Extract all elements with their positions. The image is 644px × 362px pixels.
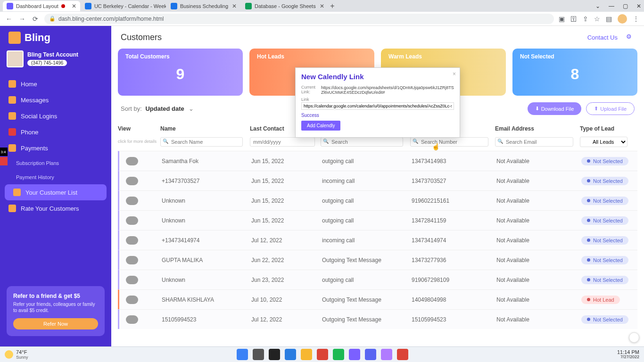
sidebar-item-home[interactable]: Home — [0, 76, 111, 92]
lead-badge[interactable]: Not Selected — [581, 236, 628, 245]
column-header[interactable]: Email Address — [495, 125, 580, 132]
cell-source: outgoing call — [322, 277, 412, 283]
lead-badge[interactable]: Not Selected — [581, 256, 628, 264]
sidebar-item-phone[interactable]: Phone — [0, 124, 111, 140]
nav-icon — [8, 112, 16, 120]
lead-badge[interactable]: Not Selected — [581, 216, 628, 225]
tab-dashboard[interactable]: Dashboard Layout ✕ — [3, 1, 80, 11]
lead-badge[interactable]: Not Selected — [581, 177, 628, 185]
favicon-bling — [7, 3, 13, 9]
sidebar: Bling Bling Test Account (347) 745-1496 … — [0, 26, 111, 346]
sidebar-item-messages[interactable]: Messages — [0, 92, 111, 108]
close-icon[interactable]: ✕ — [320, 3, 324, 9]
link-input[interactable] — [301, 102, 454, 110]
weather-widget[interactable]: 74°F Sunny — [5, 349, 28, 360]
lead-badge[interactable]: Not Selected — [581, 197, 628, 205]
forward-button[interactable]: → — [18, 15, 26, 23]
tab-ucberkeley[interactable]: UC Berkeley - Calendar - Week o… ✕ — [81, 1, 166, 11]
tab-business-scheduling[interactable]: Business Scheduling ✕ — [167, 1, 240, 11]
address-bar[interactable]: 🔒 dash.bling-center.com/platform/home.ht… — [44, 14, 554, 24]
stat-card-total-customers[interactable]: Total Customers9 — [118, 49, 243, 96]
start-icon[interactable] — [237, 349, 248, 360]
account-block[interactable]: Bling Test Account (347) 745-1496 — [0, 50, 111, 76]
upload-file-button[interactable]: ⬆ Upload File — [586, 102, 635, 115]
date-input[interactable] — [250, 137, 315, 147]
lead-badge[interactable]: Hot Lead — [581, 296, 620, 304]
favicon-gcal — [171, 3, 177, 9]
window-maximize-icon[interactable]: ▢ — [623, 3, 628, 9]
refer-button[interactable]: Refer Now — [13, 318, 98, 329]
back-button[interactable]: ← — [5, 15, 13, 23]
sort-by[interactable]: Sort by: Updated date ⌄ — [121, 105, 194, 112]
lead-filter-select[interactable]: All Leads — [580, 137, 627, 147]
tab-database-sheets[interactable]: Database - Google Sheets ✕ — [241, 1, 326, 11]
contact-us-link[interactable]: Contact Us — [587, 34, 618, 41]
cell-date: Jul 12, 2022 — [251, 316, 322, 323]
lead-badge[interactable]: Not Selected — [581, 157, 628, 165]
add-calendly-button[interactable]: Add Calendly — [301, 121, 340, 131]
column-header[interactable]: Type of Lead — [580, 125, 632, 132]
window-close-icon[interactable]: ✕ — [636, 3, 641, 9]
column-header[interactable]: View — [118, 125, 160, 132]
explorer-icon[interactable] — [301, 349, 312, 360]
bookmark-icon[interactable]: ☆ — [594, 15, 600, 23]
search-source-input[interactable] — [321, 137, 403, 147]
menu-icon[interactable]: ⋮ — [633, 15, 639, 23]
chevron-down-icon[interactable]: ⌄ — [595, 3, 600, 9]
side-panel-icon[interactable]: ▤ — [606, 15, 612, 23]
search-name-input[interactable] — [160, 137, 243, 147]
close-icon[interactable]: ✕ — [72, 3, 76, 9]
sidebar-item-payment-history[interactable]: Payment History — [0, 170, 111, 184]
lead-badge[interactable]: Not Selected — [581, 276, 628, 284]
notification-bell-icon[interactable] — [629, 332, 639, 343]
view-icon[interactable] — [126, 197, 138, 205]
camera-icon[interactable]: ▣ — [559, 15, 565, 23]
app-icon-2[interactable] — [381, 349, 392, 360]
sidebar-item-your-customer-list[interactable]: Your Customer List — [5, 184, 107, 200]
lead-badge[interactable]: Not Selected — [581, 315, 628, 324]
view-icon[interactable] — [126, 315, 138, 324]
tab-label: Business Scheduling — [180, 3, 228, 9]
search-icon[interactable] — [253, 349, 264, 360]
nav-icon — [8, 144, 16, 152]
stat-card-not-selected[interactable]: Not Selected8 — [512, 49, 637, 96]
search-email-input[interactable] — [495, 137, 573, 147]
share-icon[interactable]: ⇪ — [583, 15, 588, 23]
profile-avatar-icon[interactable] — [618, 14, 627, 24]
view-icon[interactable] — [126, 276, 138, 284]
discord-icon[interactable] — [365, 349, 376, 360]
side-mini-icons: 3:4 — [0, 148, 8, 165]
key-icon[interactable]: ⚿ — [570, 15, 577, 23]
table-row: SHARMA KISHLAYAJul 10, 2022Outgoing Text… — [118, 289, 637, 309]
window-minimize-icon[interactable]: — — [609, 3, 614, 9]
new-tab-button[interactable]: + — [327, 2, 338, 10]
reload-button[interactable]: ⟳ — [31, 15, 40, 23]
spotify-icon[interactable] — [333, 349, 344, 360]
sidebar-item-rate-your-customers[interactable]: Rate Your Customers — [0, 200, 111, 216]
view-icon[interactable] — [126, 216, 138, 225]
view-icon[interactable] — [126, 296, 138, 304]
download-file-button[interactable]: ⬇ Download File — [528, 102, 582, 115]
sidebar-item-subscription-plans[interactable]: Subscription Plans — [0, 156, 111, 170]
view-icon[interactable] — [126, 236, 138, 245]
cell-source: outgoing call — [322, 158, 412, 165]
close-icon[interactable]: × — [453, 71, 456, 77]
sidebar-item-payments[interactable]: Payments — [0, 140, 111, 156]
view-icon[interactable] — [126, 256, 138, 264]
sort-value: Updated date — [145, 105, 184, 112]
column-header[interactable]: Name — [160, 125, 250, 132]
gear-icon[interactable]: ⚙ — [626, 33, 635, 41]
close-icon[interactable]: ✕ — [232, 3, 237, 9]
chrome-icon[interactable] — [317, 349, 328, 360]
card-value: 8 — [520, 66, 630, 83]
view-icon[interactable] — [126, 177, 138, 185]
sidebar-item-social-logins[interactable]: Social Logins — [0, 108, 111, 124]
upload-icon: ⬆ — [594, 106, 598, 112]
view-icon[interactable] — [126, 157, 138, 165]
search-phone-input[interactable] — [410, 137, 488, 147]
edge-icon[interactable] — [285, 349, 296, 360]
chrome-icon-2[interactable] — [397, 349, 408, 360]
app-icon[interactable] — [349, 349, 360, 360]
system-clock[interactable]: 11:14 PM 7/27/2022 — [617, 349, 639, 360]
task-view-icon[interactable] — [269, 349, 280, 360]
